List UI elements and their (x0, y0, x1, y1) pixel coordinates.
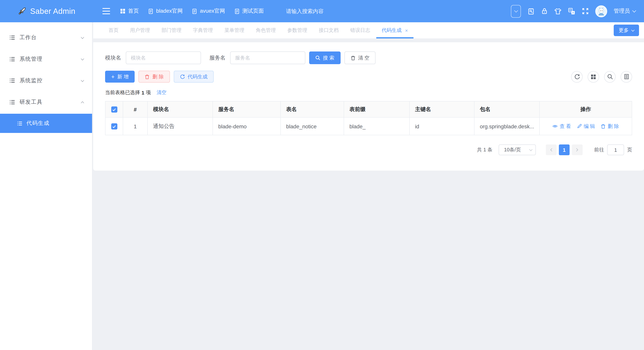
search-toggle-icon-button[interactable] (604, 71, 616, 82)
refresh-icon-button[interactable] (571, 71, 583, 82)
doc-icon (192, 8, 197, 14)
translate-icon[interactable]: 中 A (568, 8, 575, 15)
column-header-prefix: 表前缀 (344, 101, 410, 117)
trash-icon (350, 55, 355, 61)
sidebar-item-code-generation[interactable]: 代码生成 (0, 114, 92, 133)
goto-label: 前往 (594, 146, 604, 153)
close-icon[interactable]: × (405, 28, 408, 33)
column-header-package: 包名 (474, 101, 540, 117)
cell-package: org.springblade.desk... (474, 117, 540, 135)
column-header-actions: 操作 (540, 101, 632, 117)
list-icon (9, 35, 15, 41)
tab-dept-management[interactable]: 部门管理 (156, 22, 187, 38)
selection-prefix: 当前表格已选择 (105, 89, 140, 96)
row-checkbox[interactable] (111, 123, 117, 129)
content-panel: 模块名 服务名 搜 索 清 空 (93, 42, 644, 170)
chevron-right-icon (575, 148, 578, 151)
tab-role-management[interactable]: 角色管理 (250, 22, 281, 38)
add-button[interactable]: + 新 增 (105, 71, 135, 83)
chevron-down-icon (81, 36, 84, 39)
dropdown-tag-icon[interactable] (511, 5, 521, 18)
tab-home[interactable]: 首页 (103, 22, 124, 38)
chevron-up-icon (81, 101, 84, 104)
cell-index: 1 (123, 117, 148, 135)
topnav-item-bladex[interactable]: bladex官网 (148, 8, 183, 15)
cell-pk: id (410, 117, 474, 135)
tab-code-generation[interactable]: 代码生成 × (376, 22, 413, 38)
pencil-icon (577, 124, 582, 129)
sidebar-item-workbench[interactable]: 工作台 (0, 28, 92, 48)
sidebar-item-system-monitor[interactable]: 系统监控 (0, 71, 92, 91)
service-name-label: 服务名 (210, 54, 226, 61)
tab-param-management[interactable]: 参数管理 (282, 22, 312, 38)
cell-table: blade_notice (280, 117, 344, 135)
select-all-checkbox[interactable] (111, 106, 117, 113)
sidebar-item-system-management[interactable]: 系统管理 (0, 49, 92, 69)
clear-button[interactable]: 清 空 (344, 52, 376, 64)
search-icon (315, 55, 320, 60)
chevron-down-icon (81, 57, 84, 60)
chevron-down-icon (81, 79, 84, 82)
trash-icon (145, 74, 150, 79)
grid-view-icon-button[interactable] (588, 71, 599, 82)
topnav-item-avuex[interactable]: avuex官网 (192, 8, 225, 15)
sword-logo-icon (17, 6, 27, 16)
filter-form: 模块名 服务名 搜 索 清 空 (105, 52, 632, 64)
doc-icon (148, 8, 154, 14)
topnav-item-home[interactable]: 首页 (120, 8, 139, 15)
tab-error-log[interactable]: 错误日志 (345, 22, 376, 38)
pagination-total: 共 1 条 (477, 146, 492, 153)
tab-bar: 首页 用户管理 部门管理 字典管理 菜单管理 角色管理 参数管理 接口文档 错误… (93, 22, 644, 38)
lock-icon[interactable] (541, 8, 548, 15)
cell-service: blade-demo (213, 117, 280, 135)
topnav-item-testpage[interactable]: 测试页面 (234, 8, 264, 15)
row-delete-link[interactable]: 删 除 (601, 123, 619, 130)
list-icon (9, 78, 15, 84)
table-header-row: # 模块名 服务名 表名 表前缀 主键名 包名 操作 (105, 101, 632, 117)
delete-button[interactable]: 删 除 (139, 71, 170, 83)
brand-title: Saber Admin (30, 7, 75, 16)
service-name-input[interactable] (230, 52, 305, 64)
column-settings-icon-button[interactable] (620, 71, 632, 82)
debug-tools-icon[interactable] (528, 8, 535, 15)
header-actions: 中 A (511, 0, 644, 22)
tab-api-docs[interactable]: 接口文档 (313, 22, 344, 38)
search-button[interactable]: 搜 索 (309, 52, 340, 64)
hamburger-menu-icon[interactable] (102, 8, 110, 14)
row-view-link[interactable]: 查 看 (552, 123, 571, 130)
user-menu[interactable]: 管理员 (614, 8, 636, 15)
tab-user-management[interactable]: 用户管理 (125, 22, 155, 38)
list-icon (9, 99, 15, 105)
top-header: Saber Admin 首页 bladex官网 avuex官网 (0, 0, 644, 22)
list-icon (17, 120, 23, 126)
row-edit-link[interactable]: 编 辑 (577, 123, 595, 130)
chevron-left-icon (550, 148, 554, 151)
cell-prefix: blade_ (344, 117, 410, 135)
refresh-icon (180, 74, 185, 79)
tab-menu-management[interactable]: 菜单管理 (219, 22, 250, 38)
page-size-select[interactable]: 10条/页 (499, 144, 536, 155)
user-avatar[interactable] (595, 5, 607, 17)
module-name-label: 模块名 (105, 54, 121, 61)
page-number-1[interactable]: 1 (559, 144, 570, 155)
global-search-input[interactable] (286, 8, 347, 14)
global-search (286, 8, 347, 15)
grid-icon (120, 9, 126, 14)
selection-count: 1 (142, 90, 144, 95)
sidebar-item-dev-tools[interactable]: 研发工具 (0, 92, 92, 112)
goto-page-input[interactable] (607, 144, 624, 155)
table-toolbar: + 新 增 删 除 代码生成 (105, 71, 632, 83)
code-generate-button[interactable]: 代码生成 (174, 71, 214, 83)
column-header-module: 模块名 (148, 101, 213, 117)
more-tabs-button[interactable]: 更多 (614, 25, 639, 36)
selection-clear-link[interactable]: 清空 (156, 89, 166, 96)
column-header-pk: 主键名 (410, 101, 474, 117)
tab-dict-management[interactable]: 字典管理 (188, 22, 218, 38)
module-name-input[interactable] (126, 52, 201, 64)
doc-icon (234, 8, 240, 14)
theme-shirt-icon[interactable] (554, 8, 562, 15)
selection-info: 当前表格已选择 1 项 清空 (105, 89, 632, 96)
prev-page-button[interactable] (546, 144, 556, 155)
fullscreen-icon[interactable] (582, 8, 589, 15)
next-page-button[interactable] (572, 144, 583, 155)
